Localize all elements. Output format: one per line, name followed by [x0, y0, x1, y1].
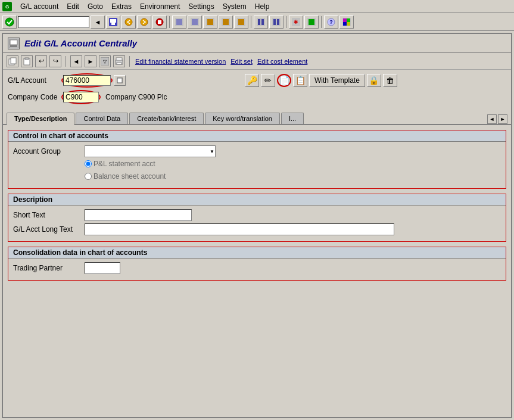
menu-system[interactable]: System	[219, 2, 250, 11]
act-next-btn[interactable]: ►	[85, 55, 96, 67]
balance-sheet-radio-label: Balance sheet account	[85, 172, 166, 181]
separator-1	[169, 16, 170, 28]
svg-rect-33	[343, 18, 347, 22]
tb-icon-6[interactable]	[254, 15, 268, 29]
svg-rect-29	[309, 19, 314, 25]
act-copy-btn[interactable]	[7, 55, 18, 67]
gl-long-text-input[interactable]	[85, 223, 394, 235]
tab-more[interactable]: I...	[281, 113, 304, 124]
act-undo-btn[interactable]: ↩	[35, 55, 47, 67]
command-input[interactable]	[18, 16, 89, 28]
tb-icon-8[interactable]: ✱	[289, 15, 303, 29]
help-button[interactable]: ?	[324, 15, 338, 29]
svg-rect-34	[347, 18, 350, 22]
tb-icon-3[interactable]	[203, 15, 217, 29]
short-text-input[interactable]	[85, 209, 192, 221]
balance-sheet-radio[interactable]	[85, 173, 92, 180]
menu-help[interactable]: Help	[251, 2, 273, 11]
tb-icon-5[interactable]	[234, 15, 248, 29]
tab-create-bank[interactable]: Create/bank/interest	[129, 113, 204, 124]
svg-rect-22	[261, 19, 264, 25]
gl-account-input[interactable]	[63, 75, 111, 86]
act-print-btn[interactable]	[113, 55, 125, 67]
pl-statement-row: P&L statement acct	[13, 160, 501, 170]
stop-button[interactable]	[152, 15, 167, 29]
balance-sheet-row: Balance sheet account	[13, 172, 501, 182]
gl-account-label: G/L Account	[8, 76, 61, 85]
tb-icon-2[interactable]	[188, 15, 202, 29]
back-button[interactable]	[122, 15, 136, 29]
edit-financial-btn[interactable]: Edit financial statement version	[134, 58, 227, 65]
company-code-label: Company Code	[8, 93, 61, 101]
act-paste-btn[interactable]	[21, 55, 33, 67]
lock-icon-btn[interactable]: 🔒	[367, 74, 381, 87]
control-chart-body: Account Group ▼ P&L statement acct	[8, 142, 506, 188]
separator-2	[251, 16, 251, 28]
act-filter-btn[interactable]: ▽	[99, 55, 111, 67]
svg-rect-36	[347, 22, 350, 26]
tb-icon-4[interactable]	[219, 15, 233, 29]
menu-gl-account[interactable]: G/L account	[17, 2, 62, 11]
control-chart-header: Control in chart of accounts	[8, 130, 506, 142]
svg-rect-15	[207, 19, 213, 25]
edit-set-btn[interactable]: Edit set	[229, 58, 254, 65]
company-code-row: Company Code Company C900 Plc	[8, 90, 506, 104]
pl-statement-radio-label: P&L statement acct	[85, 160, 155, 168]
gl-long-text-row: G/L Acct Long Text	[13, 223, 501, 235]
svg-rect-9	[158, 20, 161, 24]
tab-keyword[interactable]: Key word/translation	[205, 113, 280, 124]
page-icon-btn[interactable]: 📄	[277, 74, 291, 87]
description-body: Short Text G/L Acct Long Text	[8, 206, 506, 241]
menu-settings[interactable]: Settings	[185, 2, 217, 11]
company-code-highlight	[61, 90, 101, 104]
svg-rect-43	[25, 58, 29, 60]
menu-edit[interactable]: Edit	[63, 2, 83, 11]
act-prev-btn[interactable]: ◄	[70, 55, 82, 67]
svg-text:▽: ▽	[103, 59, 107, 64]
key-icon-btn[interactable]: 🔑	[245, 74, 259, 87]
act-redo-btn[interactable]: ↪	[49, 55, 61, 67]
page2-icon-btn[interactable]: 📋	[293, 74, 307, 87]
trading-partner-input[interactable]	[85, 262, 120, 274]
account-group-label: Account Group	[13, 147, 85, 155]
edit-cost-btn[interactable]: Edit cost element	[256, 58, 309, 65]
company-code-input[interactable]	[63, 92, 99, 102]
svg-point-7	[141, 18, 148, 26]
svg-point-6	[125, 18, 132, 26]
account-group-dropdown[interactable]	[85, 145, 216, 157]
svg-rect-11	[176, 19, 182, 25]
svg-text:✱: ✱	[294, 19, 298, 25]
tab-control-data[interactable]: Control Data	[76, 113, 128, 124]
tb-icon-9[interactable]	[304, 15, 319, 29]
app-icon: G	[2, 2, 12, 11]
tb-icon-1[interactable]	[172, 15, 186, 29]
svg-rect-4	[110, 19, 116, 23]
pencil-icon-btn[interactable]: ✏	[261, 74, 275, 87]
save-button[interactable]	[106, 15, 120, 29]
window-title: Edit G/L Account Centrally	[24, 38, 137, 48]
tab-type-description[interactable]: Type/Description	[7, 113, 74, 125]
check-button[interactable]	[2, 15, 17, 29]
company-name: Company C900 Plc	[105, 93, 167, 101]
gl-account-picker[interactable]	[114, 75, 126, 86]
balance-sheet-text: Balance sheet account	[94, 172, 166, 181]
window-title-bar: Edit G/L Account Centrally	[3, 34, 511, 53]
pl-statement-radio[interactable]	[85, 160, 92, 167]
nav-left-button[interactable]: ◄	[91, 15, 105, 29]
menu-goto[interactable]: Goto	[84, 2, 107, 11]
svg-rect-19	[238, 19, 244, 25]
with-template-button[interactable]: With Template	[309, 74, 365, 87]
svg-rect-21	[258, 19, 260, 25]
svg-text:?: ?	[329, 19, 333, 25]
menu-bar: G G/L account Edit Goto Extras Environme…	[0, 0, 514, 13]
trash-icon-btn[interactable]: 🗑	[383, 74, 397, 87]
main-window: Edit G/L Account Centrally ↩ ↪ ◄ ► ▽ Edi…	[2, 33, 512, 418]
tab-prev-arrow[interactable]: ◄	[487, 114, 497, 124]
menu-extras[interactable]: Extras	[108, 2, 135, 11]
forward-button[interactable]	[137, 15, 151, 29]
tb-icon-7[interactable]	[269, 15, 284, 29]
tab-next-arrow[interactable]: ►	[498, 114, 507, 124]
tb-icon-10[interactable]	[339, 15, 354, 29]
menu-environment[interactable]: Environment	[136, 2, 183, 11]
window-icon	[8, 38, 20, 49]
